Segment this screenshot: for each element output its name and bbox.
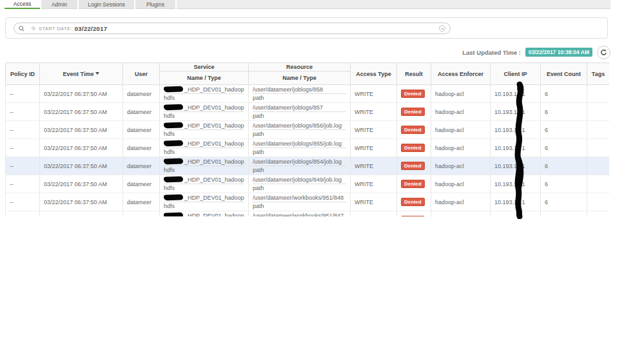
col-header-event-time[interactable]: Event Time bbox=[40, 63, 123, 85]
cell-result: Denied bbox=[397, 85, 431, 103]
cell-user: datameer bbox=[123, 211, 160, 217]
cell-access-type: WRITE bbox=[351, 175, 397, 193]
table-row: --03/22/2017 06:37:50 AMdatameer_HDP_DEV… bbox=[6, 211, 610, 217]
cell-user: datameer bbox=[123, 175, 160, 193]
cell-resource: /user/datameer/joblogs/855/job.logpath bbox=[249, 139, 351, 157]
cell-access-enforcer: hadoop-acl bbox=[431, 103, 491, 121]
cell-policy-id: -- bbox=[6, 121, 40, 139]
refresh-icon bbox=[600, 49, 607, 56]
cell-resource: /user/datameer/joblogs/858path bbox=[249, 85, 351, 103]
redaction-blob-icon bbox=[164, 122, 183, 128]
cell-access-type: WRITE bbox=[351, 139, 397, 157]
service-name: _HDP_DEV01_hadoop bbox=[164, 158, 244, 166]
cell-tags bbox=[587, 121, 610, 139]
cell-result: Denied bbox=[397, 211, 431, 217]
tab-admin[interactable]: Admin bbox=[41, 0, 77, 9]
resource-type: path bbox=[253, 95, 346, 101]
cell-user: datameer bbox=[123, 103, 160, 121]
cell-service: _HDP_DEV01_hadoophdfs bbox=[160, 157, 249, 175]
cell-event-count: 6 bbox=[541, 193, 587, 211]
cell-client-ip: 10.193.13.1 bbox=[491, 103, 541, 121]
table-row: --03/22/2017 06:37:50 AMdatameer_HDP_DEV… bbox=[6, 193, 610, 211]
cell-event-count: 6 bbox=[541, 175, 587, 193]
cell-service: _HDP_DEV01_hadoophdfs bbox=[160, 121, 249, 139]
cell-resource: /user/datameer/workbooks/951/847path bbox=[249, 211, 351, 217]
last-updated-time-badge: 03/22/2017 10:38:04 AM bbox=[525, 48, 592, 57]
table-row: --03/22/2017 06:37:50 AMdatameer_HDP_DEV… bbox=[6, 157, 610, 175]
redaction-blob-icon bbox=[164, 86, 183, 92]
search-filter-label: START DATE: bbox=[39, 26, 72, 32]
cell-policy-id: -- bbox=[6, 211, 40, 217]
redaction-blob-icon bbox=[164, 212, 183, 216]
resource-type: path bbox=[253, 113, 346, 119]
cell-access-enforcer: hadoop-acl bbox=[431, 121, 491, 139]
cell-resource: /user/datameer/joblogs/849/job.logpath bbox=[249, 175, 351, 193]
refresh-button[interactable] bbox=[597, 46, 610, 59]
group-header-service: Service bbox=[160, 63, 249, 71]
cell-service: _HDP_DEV01_hadoophdfs bbox=[160, 103, 249, 121]
cell-client-ip: 10.193.13.1 bbox=[491, 193, 541, 211]
table-row: --03/22/2017 06:37:50 AMdatameer_HDP_DEV… bbox=[6, 121, 610, 139]
tab-access[interactable]: Access bbox=[5, 0, 40, 9]
clear-search-icon[interactable] bbox=[439, 25, 445, 32]
cell-event-count: 6 bbox=[541, 139, 587, 157]
cell-event-time: 03/22/2017 06:37:50 AM bbox=[40, 85, 123, 103]
cell-event-count: 6 bbox=[541, 121, 587, 139]
service-name: _HDP_DEV01_hadoop bbox=[164, 86, 244, 94]
cell-result: Denied bbox=[397, 193, 431, 211]
cell-tags bbox=[587, 103, 610, 121]
table-row: --03/22/2017 06:37:50 AMdatameer_HDP_DEV… bbox=[6, 175, 610, 193]
col-header-policy-id: Policy ID bbox=[6, 63, 40, 85]
cell-service: _HDP_DEV01_hadoophdfs bbox=[160, 139, 249, 157]
tab-bar-filler bbox=[177, 0, 610, 9]
cell-result: Denied bbox=[397, 121, 431, 139]
cell-access-type: WRITE bbox=[351, 103, 397, 121]
service-type: hdfs bbox=[164, 131, 244, 137]
cell-client-ip: 10.193.13.1 bbox=[491, 121, 541, 139]
cell-access-enforcer: hadoop-acl bbox=[431, 85, 491, 103]
cell-tags bbox=[587, 175, 610, 193]
cell-tags bbox=[587, 139, 610, 157]
resource-name: /user/datameer/workbooks/951/848 bbox=[253, 195, 346, 202]
service-type: hdfs bbox=[164, 203, 244, 209]
search-input[interactable]: START DATE: 03/22/2017 bbox=[14, 23, 451, 34]
col-header-result: Result bbox=[397, 63, 431, 85]
table-row: --03/22/2017 06:37:50 AMdatameer_HDP_DEV… bbox=[6, 139, 610, 157]
sort-desc-icon bbox=[95, 72, 99, 75]
cell-user: datameer bbox=[123, 139, 160, 157]
cell-service: _HDP_DEV01_hadoophdfs bbox=[160, 85, 249, 103]
cell-event-count: 6 bbox=[541, 103, 587, 121]
service-type: hdfs bbox=[164, 149, 244, 155]
cell-event-time: 03/22/2017 06:37:50 AM bbox=[40, 175, 123, 193]
tab-plugins[interactable]: Plugins bbox=[135, 0, 175, 9]
cell-policy-id: -- bbox=[6, 85, 40, 103]
gear-icon bbox=[31, 26, 36, 31]
resource-name: /user/datameer/joblogs/856/job.log bbox=[253, 122, 346, 130]
cell-event-time: 03/22/2017 06:37:50 AM bbox=[40, 157, 123, 175]
col-header-user: User bbox=[123, 63, 160, 85]
search-filter-chip[interactable]: START DATE: 03/22/2017 bbox=[31, 25, 439, 32]
cell-access-enforcer: hadoop-acl bbox=[431, 139, 491, 157]
resource-type: path bbox=[253, 131, 346, 137]
cell-event-count: 6 bbox=[541, 211, 587, 217]
cell-client-ip: 10.193.13.1 bbox=[491, 211, 541, 217]
cell-client-ip: 10.193.13.1 bbox=[491, 139, 541, 157]
col-header-tags: Tags bbox=[587, 63, 610, 85]
result-badge: Denied bbox=[401, 144, 425, 152]
cell-resource: /user/datameer/joblogs/856/job.logpath bbox=[249, 121, 351, 139]
cell-event-time: 03/22/2017 06:37:50 AM bbox=[40, 121, 123, 139]
tab-login-sessions[interactable]: Login Sessions bbox=[79, 0, 134, 9]
redaction-blob-icon bbox=[164, 176, 183, 182]
cell-access-enforcer: hadoop-acl bbox=[431, 211, 491, 217]
cell-access-type: WRITE bbox=[351, 193, 397, 211]
last-updated-bar: Last Updated Time : 03/22/2017 10:38:04 … bbox=[5, 45, 610, 59]
cell-tags bbox=[587, 211, 610, 217]
cell-policy-id: -- bbox=[6, 175, 40, 193]
audit-table: Policy ID Event Time User Service Resour… bbox=[5, 62, 609, 216]
cell-tags bbox=[587, 85, 610, 103]
cell-event-count: 6 bbox=[541, 85, 587, 103]
cell-policy-id: -- bbox=[6, 193, 40, 211]
cell-event-time: 03/22/2017 06:37:50 AM bbox=[40, 139, 123, 157]
cell-user: datameer bbox=[123, 85, 160, 103]
service-name: _HDP_DEV01_hadoop bbox=[164, 104, 244, 112]
